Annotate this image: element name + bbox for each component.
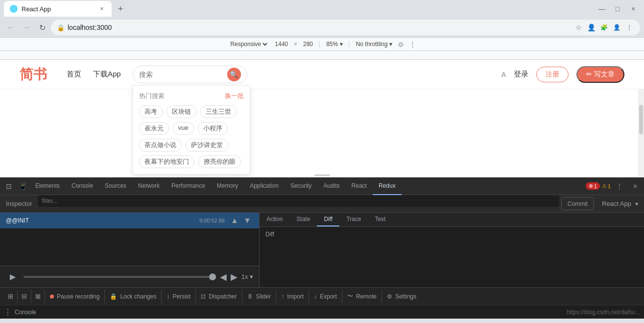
tag-history[interactable]: 萨沙讲史堂 — [186, 139, 228, 151]
tab-security[interactable]: Security — [285, 177, 317, 195]
export-button[interactable]: ↓ Export — [309, 290, 342, 303]
dropdown-tags: 高考 区块链 三生三世 崔永元 vue 小程序 茶点做小说 萨沙讲史堂 夜幕下的… — [139, 105, 244, 168]
resize-handle[interactable] — [0, 173, 644, 177]
page-scrollbar[interactable] — [638, 89, 644, 177]
site-search-button[interactable]: 🔍 — [227, 68, 241, 81]
devtools-tab-end: ⊗ 1 ⚠ 1 ⋮ × — [586, 179, 642, 193]
write-button[interactable]: ✏ 写文章 — [576, 66, 624, 83]
tab-sources[interactable]: Sources — [99, 177, 132, 195]
dimension-cross: × — [294, 41, 297, 48]
tab-application[interactable]: Application — [244, 177, 285, 195]
tag-story[interactable]: 茶点做小说 — [139, 139, 182, 151]
dispatcher-button[interactable]: ⊡ Dispatcher — [196, 290, 242, 303]
lock-changes-button[interactable]: 🔒 Lock changes — [105, 290, 162, 303]
timeline-next-button[interactable]: ▶ — [231, 272, 238, 282]
export-label: Export — [320, 293, 337, 300]
tag-night[interactable]: 夜幕下的地安门 — [139, 155, 194, 168]
warn-badge: ⚠ 1 — [602, 183, 611, 189]
star-icon[interactable]: ☆ — [573, 23, 583, 32]
right-tab-action[interactable]: Action — [260, 213, 289, 226]
site-logo[interactable]: 简书 — [20, 65, 47, 84]
settings-button[interactable]: ⚙ Settings — [382, 290, 421, 303]
redux-filter-input[interactable] — [38, 195, 559, 207]
browser-tab[interactable]: R React App × — [4, 1, 112, 17]
device-select[interactable]: Responsive — [228, 40, 269, 48]
devtools-menu-button[interactable]: ⋮ — [613, 179, 626, 193]
tab-favicon: R — [10, 5, 18, 13]
timeline-play-button[interactable]: ▶ — [6, 270, 20, 284]
right-tab-state[interactable]: State — [289, 213, 317, 226]
tag-miniprogram[interactable]: 小程序 — [198, 122, 228, 135]
toolbar-btn-2[interactable]: ⊟ — [18, 290, 31, 303]
back-button[interactable]: ← — [4, 21, 18, 34]
tab-redux[interactable]: Redux — [373, 177, 402, 195]
tab-elements[interactable]: Elements — [29, 177, 66, 195]
menu-icon[interactable]: ⋮ — [624, 23, 634, 32]
tag-eyes[interactable]: 撩亮你的眼 — [198, 155, 241, 168]
right-tab-test[interactable]: Test — [368, 213, 392, 226]
warn-icon: ⚠ — [602, 183, 607, 189]
tab-close-button[interactable]: × — [98, 5, 106, 13]
refresh-label[interactable]: 换一批 — [225, 92, 244, 100]
dropdown-header: 热门搜索 换一批 — [139, 92, 244, 100]
register-button[interactable]: 注册 — [536, 67, 569, 82]
remote-button[interactable]: 〜 Remote — [342, 290, 382, 303]
new-tab-button[interactable]: + — [114, 2, 127, 16]
tab-audits[interactable]: Audits — [317, 177, 345, 195]
scroll-thumb[interactable] — [639, 105, 643, 134]
slider-label: Slider — [256, 293, 271, 300]
tag-vue[interactable]: vue — [173, 122, 194, 135]
pause-recording-button[interactable]: Pause recording — [45, 290, 105, 303]
reload-button[interactable]: ↻ — [35, 21, 49, 34]
console-label[interactable]: Console — [15, 309, 36, 316]
tab-react[interactable]: React — [346, 177, 373, 195]
tag-blockchain[interactable]: 区块链 — [167, 105, 196, 118]
tag-sanshengsan[interactable]: 三生三世 — [200, 105, 237, 118]
persist-icon: ↕ — [167, 293, 169, 300]
profile-icon[interactable]: 👤 — [586, 23, 596, 32]
tab-title: React App — [22, 5, 94, 13]
redux-commit-button[interactable]: Commit — [561, 197, 594, 210]
maximize-button[interactable]: □ — [611, 2, 624, 16]
toolbar-btn-1[interactable]: ⊞ — [4, 290, 18, 303]
right-tab-trace[interactable]: Trace — [339, 213, 368, 226]
tab-console[interactable]: Console — [66, 177, 99, 195]
toolbar-btn-3[interactable]: ⊠ — [31, 290, 45, 303]
error-count: 1 — [594, 183, 597, 189]
tag-cuiyongyuan[interactable]: 崔永元 — [139, 122, 169, 135]
url-bar[interactable]: 🔒 localhost:3000 ☆ 👤 🧩 👤 ⋮ — [51, 20, 640, 35]
inspect-element-button[interactable]: ⊡ — [2, 179, 16, 193]
minimize-button[interactable]: — — [595, 2, 609, 16]
devtools-close-button[interactable]: × — [628, 179, 642, 193]
nav-home[interactable]: 首页 — [67, 70, 81, 79]
tab-performance[interactable]: Performance — [166, 177, 211, 195]
redux-action-item[interactable]: @@INIT 9:00:52.86 ▲ ▼ — [0, 213, 259, 228]
timeline-slider-track[interactable] — [24, 276, 216, 278]
redux-action-nav-up[interactable]: ▲ — [229, 215, 240, 226]
timeline-slider-thumb[interactable] — [209, 273, 216, 280]
close-button[interactable]: × — [626, 2, 640, 16]
site-search-input[interactable] — [139, 71, 227, 78]
forward-button[interactable]: → — [20, 21, 33, 34]
devtools-settings-icon[interactable]: ⋮ — [409, 41, 416, 48]
tab-memory[interactable]: Memory — [211, 177, 244, 195]
slider-button[interactable]: 🎚 Slider — [242, 290, 277, 303]
console-drag-handle[interactable]: ⋮ — [4, 307, 12, 317]
import-button[interactable]: ↑ Import — [276, 290, 309, 303]
extension-icon[interactable]: 🧩 — [599, 23, 609, 32]
avatar-icon[interactable]: 👤 — [612, 23, 621, 32]
redux-action-nav-down[interactable]: ▼ — [241, 215, 253, 226]
rotate-icon[interactable]: ⊙ — [398, 41, 404, 48]
toolbar-icon-2: ⊟ — [22, 293, 27, 300]
redux-app-dropdown-icon[interactable]: ▾ — [635, 200, 638, 207]
login-link[interactable]: 登录 — [514, 70, 528, 79]
tag-gaokao[interactable]: 高考 — [139, 105, 163, 118]
site-search-dropdown: 热门搜索 换一批 高考 区块链 三生三世 崔永元 vue 小程序 茶点做小说 萨… — [133, 85, 250, 174]
nav-download[interactable]: 下载App — [93, 70, 121, 79]
timeline-prev-button[interactable]: ◀ — [220, 272, 227, 282]
toolbar-icon-3: ⊠ — [35, 293, 41, 300]
device-toggle-button[interactable]: 📱 — [16, 179, 29, 193]
right-tab-diff[interactable]: Diff — [317, 213, 339, 226]
tab-network[interactable]: Network — [132, 177, 166, 195]
persist-button[interactable]: ↕ Persist — [162, 290, 196, 303]
